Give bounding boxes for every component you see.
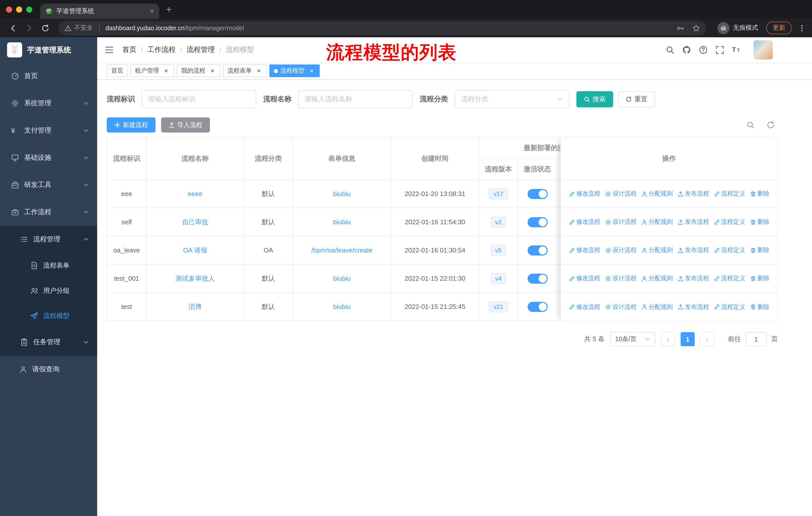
search-button[interactable]: 搜索: [576, 91, 613, 107]
user-avatar[interactable]: [754, 40, 773, 59]
window-zoom-button[interactable]: [26, 6, 32, 12]
action-delete[interactable]: 删除: [750, 303, 770, 311]
action-delete[interactable]: 删除: [750, 246, 770, 254]
prev-page-button[interactable]: ‹: [661, 332, 675, 346]
sidebar-item-devtools[interactable]: 研发工具: [0, 171, 97, 198]
action-edit[interactable]: 修改流程: [569, 218, 600, 226]
breadcrumb-item[interactable]: 工作流程: [147, 45, 176, 54]
process-name-link[interactable]: eeee: [188, 190, 202, 197]
reload-icon[interactable]: [41, 23, 50, 32]
action-definition[interactable]: 流程定义: [714, 189, 745, 198]
close-icon[interactable]: ×: [308, 67, 315, 75]
sidebar-item-home[interactable]: 首页: [0, 62, 97, 90]
tag-item[interactable]: 流程模型×: [269, 64, 320, 77]
action-design[interactable]: 设计流程: [605, 303, 637, 311]
form-info-link[interactable]: /bpm/oa/leave/create: [311, 246, 373, 254]
breadcrumb-item[interactable]: 首页: [122, 45, 137, 54]
action-assign[interactable]: 分配规则: [641, 218, 673, 226]
process-id-input[interactable]: 请输入流程标识: [141, 90, 256, 108]
action-assign[interactable]: 分配规则: [641, 246, 673, 254]
action-publish[interactable]: 发布流程: [677, 189, 709, 198]
action-delete[interactable]: 删除: [750, 274, 770, 283]
process-name-link[interactable]: 自己审批: [182, 218, 208, 225]
sidebar-item-payment[interactable]: ¥ 支付管理: [0, 117, 97, 144]
action-publish[interactable]: 发布流程: [677, 303, 709, 311]
sidebar-item-system[interactable]: 系统管理: [0, 90, 97, 117]
form-info-link[interactable]: biubiu: [333, 303, 350, 310]
security-warning[interactable]: 不安全: [64, 24, 93, 32]
process-name-input[interactable]: 请输入流程名称: [298, 90, 413, 108]
category-select[interactable]: 流程分类: [455, 90, 569, 108]
action-edit[interactable]: 修改流程: [569, 246, 600, 254]
action-assign[interactable]: 分配规则: [641, 189, 673, 198]
action-publish[interactable]: 发布流程: [677, 274, 709, 283]
tag-item[interactable]: 我的流程×: [177, 64, 221, 77]
forward-icon[interactable]: [25, 23, 34, 32]
action-delete[interactable]: 删除: [750, 218, 770, 226]
search-icon[interactable]: [666, 45, 674, 54]
action-publish[interactable]: 发布流程: [677, 218, 709, 226]
browser-menu-icon[interactable]: [798, 24, 806, 32]
action-design[interactable]: 设计流程: [605, 246, 637, 254]
sidebar-item-process-form[interactable]: 流程表单: [0, 253, 97, 278]
action-definition[interactable]: 流程定义: [714, 274, 745, 283]
action-design[interactable]: 设计流程: [605, 189, 637, 198]
sidebar-item-user-group[interactable]: 用户分组: [0, 278, 97, 303]
window-minimize-button[interactable]: [16, 6, 22, 12]
close-icon[interactable]: ×: [255, 67, 262, 75]
active-toggle[interactable]: [527, 245, 547, 255]
process-name-link[interactable]: OA 请假: [183, 246, 207, 254]
help-icon[interactable]: [699, 45, 708, 54]
github-icon[interactable]: [682, 45, 691, 54]
breadcrumb-item[interactable]: 流程管理: [187, 45, 215, 54]
action-design[interactable]: 设计流程: [605, 218, 637, 226]
close-icon[interactable]: ×: [209, 67, 216, 75]
active-toggle[interactable]: [527, 217, 547, 227]
tab-close-icon[interactable]: ×: [150, 7, 154, 15]
action-definition[interactable]: 流程定义: [714, 303, 745, 311]
reset-button[interactable]: 重置: [618, 91, 655, 107]
form-info-link[interactable]: biubiu: [333, 190, 350, 197]
action-assign[interactable]: 分配规则: [641, 303, 673, 311]
sidebar-item-process-model[interactable]: 流程模型: [0, 303, 97, 329]
tag-item[interactable]: 首页: [107, 64, 128, 77]
tag-item[interactable]: 流程表单×: [223, 64, 267, 77]
sidebar-item-workflow[interactable]: 工作流程: [0, 198, 97, 226]
url-bar[interactable]: 不安全 dashboard.yudao.iocoder.cn/bpm/manag…: [58, 21, 706, 35]
form-info-link[interactable]: biubiu: [333, 218, 350, 226]
action-definition[interactable]: 流程定义: [714, 218, 745, 226]
bookmark-star-icon[interactable]: [692, 24, 700, 32]
password-key-icon[interactable]: [676, 24, 684, 32]
action-edit[interactable]: 修改流程: [569, 303, 600, 311]
sidebar-item-process-management[interactable]: 流程管理: [0, 226, 97, 253]
action-delete[interactable]: 删除: [750, 189, 770, 198]
new-tab-button[interactable]: +: [166, 4, 172, 15]
active-toggle[interactable]: [527, 189, 547, 199]
action-assign[interactable]: 分配规则: [641, 274, 673, 283]
font-size-icon[interactable]: TT: [732, 45, 741, 54]
close-icon[interactable]: ×: [163, 67, 170, 75]
refresh-icon[interactable]: [767, 121, 775, 129]
fullscreen-icon[interactable]: [715, 45, 724, 54]
sidebar-item-task-management[interactable]: 任务管理: [0, 329, 97, 356]
create-process-button[interactable]: 新建流程: [107, 117, 155, 133]
active-toggle[interactable]: [527, 273, 547, 283]
next-page-button[interactable]: ›: [700, 332, 714, 346]
action-publish[interactable]: 发布流程: [677, 246, 709, 254]
form-info-link[interactable]: biubiu: [333, 275, 350, 282]
back-icon[interactable]: [8, 23, 18, 32]
active-toggle[interactable]: [527, 302, 547, 312]
sidebar-item-leave-query[interactable]: 请假查询: [0, 356, 97, 383]
process-name-link[interactable]: 滔博: [188, 303, 202, 310]
action-definition[interactable]: 流程定义: [714, 246, 745, 254]
goto-page-input[interactable]: 1: [746, 332, 767, 346]
import-process-button[interactable]: 导入流程: [161, 117, 210, 133]
action-edit[interactable]: 修改流程: [569, 274, 600, 283]
tag-item[interactable]: 租户管理×: [130, 64, 174, 77]
page-size-select[interactable]: 10条/页: [610, 332, 656, 346]
update-button[interactable]: 更新: [766, 22, 792, 34]
window-close-button[interactable]: [6, 6, 12, 12]
current-page-button[interactable]: 1: [680, 332, 695, 346]
sidebar-item-infrastructure[interactable]: 基础设施: [0, 144, 97, 171]
action-edit[interactable]: 修改流程: [569, 189, 600, 198]
